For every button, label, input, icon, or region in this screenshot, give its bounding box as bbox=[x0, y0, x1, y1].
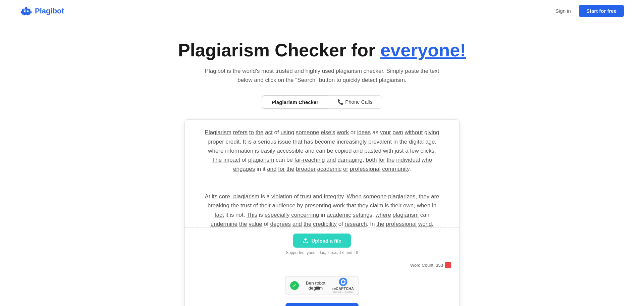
tab-bar: Plagiarism Checker 📞 Phone Calls bbox=[7, 95, 637, 109]
tab-phone-calls[interactable]: 📞 Phone Calls bbox=[328, 95, 382, 109]
tab-plagiarism[interactable]: Plagiarism Checker bbox=[262, 95, 328, 109]
captcha-logo: reCAPTCHA Gizlilik - Şartlar bbox=[332, 277, 354, 294]
upload-icon bbox=[303, 238, 309, 244]
word-count-label: Word Count: bbox=[410, 263, 435, 268]
svg-point-11 bbox=[25, 9, 26, 10]
text-area[interactable]: Plagiarism refers to the act of using so… bbox=[185, 120, 459, 227]
hero-title: Plagiarism Checker for everyone! bbox=[7, 40, 637, 60]
captcha-wrapper: ✓ Ben robot değilim reCAPTCHA Gizlilik -… bbox=[185, 276, 459, 295]
svg-rect-7 bbox=[24, 14, 25, 15]
checker-container: Plagiarism refers to the act of using so… bbox=[184, 119, 460, 306]
paragraph-2: At its core, plagiarism is a violation o… bbox=[205, 192, 439, 227]
captcha-sub: Gizlilik - Şartlar bbox=[333, 291, 354, 294]
svg-rect-5 bbox=[21, 11, 22, 13]
svg-rect-6 bbox=[31, 11, 32, 13]
hero-subtitle: Plagibot is the world's most trusted and… bbox=[205, 66, 439, 85]
captcha-brand: reCAPTCHA bbox=[332, 287, 354, 291]
svg-point-10 bbox=[24, 9, 25, 10]
hero-title-prefix: Plagiarism Checker for bbox=[178, 40, 380, 60]
hero-section: Plagiarism Checker for everyone! Plagibo… bbox=[0, 22, 644, 306]
word-count-icon bbox=[445, 262, 451, 268]
upload-section: Upload a file Supported types: .doc, .do… bbox=[185, 227, 459, 260]
text-content: Plagiarism refers to the act of using so… bbox=[193, 128, 451, 227]
start-free-button[interactable]: Start for free bbox=[579, 5, 624, 17]
word-count-value: 353 bbox=[436, 263, 443, 268]
svg-rect-8 bbox=[27, 14, 29, 15]
search-btn-wrapper: Search bbox=[185, 300, 459, 306]
sign-in-link[interactable]: Sign in bbox=[555, 8, 571, 14]
upload-button[interactable]: Upload a file bbox=[293, 234, 351, 248]
captcha-checkmark: ✓ bbox=[290, 281, 299, 290]
svg-point-9 bbox=[23, 9, 24, 10]
captcha-box[interactable]: ✓ Ben robot değilim reCAPTCHA Gizlilik -… bbox=[285, 276, 359, 295]
header: Plagibot Sign in Start for free bbox=[0, 0, 644, 22]
svg-rect-4 bbox=[25, 7, 27, 8]
hero-title-highlight: everyone! bbox=[380, 40, 466, 60]
captcha-text: Ben robot değilim bbox=[302, 280, 329, 291]
word-count-row: Word Count: 353 bbox=[185, 260, 459, 270]
logo-icon bbox=[20, 5, 32, 17]
logo-text: Plagibot bbox=[35, 7, 64, 15]
supported-types: Supported types: .doc, .docx, .txt and .… bbox=[286, 250, 358, 255]
nav-actions: Sign in Start for free bbox=[555, 5, 624, 17]
upload-button-label: Upload a file bbox=[311, 238, 341, 244]
svg-rect-2 bbox=[27, 10, 29, 12]
recaptcha-icon bbox=[338, 277, 348, 287]
paragraph-1: Plagiarism refers to the act of using so… bbox=[205, 128, 439, 173]
search-button[interactable]: Search bbox=[285, 303, 359, 306]
svg-rect-1 bbox=[24, 10, 25, 12]
logo[interactable]: Plagibot bbox=[20, 5, 64, 17]
